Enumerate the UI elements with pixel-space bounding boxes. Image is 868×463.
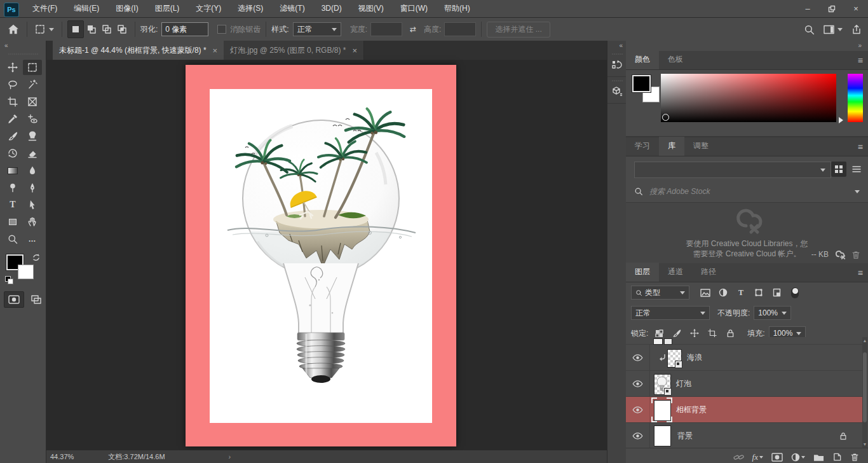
background-color-swatch[interactable] xyxy=(18,265,34,279)
swap-colors-icon[interactable] xyxy=(32,253,41,262)
collapse-panels-button[interactable]: » xyxy=(626,41,868,51)
toolbar-grip[interactable] xyxy=(8,52,38,56)
style-dropdown[interactable]: 正常 xyxy=(293,22,341,36)
blend-mode-dropdown[interactable]: 正常 xyxy=(631,306,710,320)
layer-name[interactable]: 相框背景 xyxy=(676,404,707,415)
panel-menu-icon[interactable]: ≡ xyxy=(858,268,863,278)
expand-panels-button[interactable]: « xyxy=(607,41,627,50)
layer-visibility-toggle[interactable] xyxy=(626,397,650,422)
layer-row-dengpao[interactable]: 灯泡 xyxy=(626,371,862,397)
new-adjustment-layer-button[interactable] xyxy=(791,453,805,462)
restore-button[interactable] xyxy=(820,0,844,17)
filter-type-layers-button[interactable]: T xyxy=(734,286,748,299)
menu-view[interactable]: 视图(V) xyxy=(350,0,392,17)
new-group-icon[interactable] xyxy=(813,453,824,462)
scrollbar-thumb[interactable] xyxy=(863,352,867,422)
tab-paths[interactable]: 路径 xyxy=(692,263,725,282)
color-field-marker[interactable] xyxy=(662,114,669,121)
tab-learn[interactable]: 学习 xyxy=(626,137,659,156)
share-icon[interactable] xyxy=(851,24,862,35)
feather-input[interactable] xyxy=(161,22,208,36)
new-selection-button[interactable] xyxy=(67,20,84,38)
layer-row-partial[interactable] xyxy=(626,337,862,345)
canvas-pasteboard[interactable] xyxy=(46,60,607,450)
layer-thumbnail[interactable] xyxy=(654,374,670,394)
foreground-color-swatch[interactable] xyxy=(632,75,651,92)
zoom-tool[interactable] xyxy=(3,232,22,247)
path-selection-tool[interactable] xyxy=(23,197,42,212)
tab-adjustments[interactable]: 调整 xyxy=(684,137,717,156)
filter-pixel-layers-button[interactable] xyxy=(698,286,712,299)
history-brush-tool[interactable] xyxy=(3,146,22,161)
library-select-dropdown[interactable] xyxy=(634,162,831,178)
layer-thumbnail[interactable] xyxy=(654,425,671,446)
pen-tool[interactable] xyxy=(23,180,42,195)
eraser-tool[interactable] xyxy=(23,146,42,161)
new-layer-icon[interactable] xyxy=(832,452,842,462)
layer-thumbnail[interactable] xyxy=(654,400,670,420)
document-tab-active[interactable]: 未标题-1 @ 44.4% (相框背景, 快速蒙版/8) * × xyxy=(53,41,224,60)
layer-row-beijing[interactable]: 背景 xyxy=(626,423,862,448)
menu-image[interactable]: 图像(I) xyxy=(107,0,146,17)
delete-library-icon[interactable] xyxy=(851,250,860,259)
document-tab-inactive[interactable]: 灯泡.jpg @ 25% (图层 0, RGB/8) * × xyxy=(224,41,364,60)
menu-help[interactable]: 帮助(H) xyxy=(436,0,478,17)
hue-slider[interactable] xyxy=(848,74,863,122)
tab-layers[interactable]: 图层 xyxy=(626,263,659,282)
workspace-switcher[interactable] xyxy=(824,25,843,34)
filter-shape-layers-button[interactable] xyxy=(752,286,766,299)
properties-panel-button[interactable] xyxy=(609,84,625,99)
canvas-document[interactable] xyxy=(186,65,456,446)
home-button[interactable] xyxy=(5,21,22,38)
history-panel-button[interactable] xyxy=(609,57,625,73)
screen-mode-button[interactable] xyxy=(27,292,46,307)
brush-tool[interactable] xyxy=(3,128,22,144)
scroll-down-arrow[interactable]: ▼ xyxy=(862,441,867,448)
marquee-tool[interactable] xyxy=(23,60,42,75)
hand-tool[interactable] xyxy=(23,214,42,230)
swap-dimensions-button[interactable]: ⇄ xyxy=(407,21,419,38)
cloud-sync-disabled-icon[interactable] xyxy=(834,250,846,259)
menu-type[interactable]: 文字(Y) xyxy=(187,0,229,17)
subtract-from-selection-button[interactable] xyxy=(99,21,114,38)
opacity-dropdown[interactable]: 100% xyxy=(754,306,791,320)
menu-window[interactable]: 窗口(W) xyxy=(392,0,436,17)
link-layers-icon[interactable] xyxy=(733,453,744,461)
antialias-checkbox[interactable] xyxy=(217,25,226,34)
close-icon[interactable]: × xyxy=(352,46,357,55)
layer-row-haibang[interactable]: 海浪 xyxy=(626,345,862,371)
status-chevron-icon[interactable]: › xyxy=(229,453,231,460)
menu-filter[interactable]: 滤镜(T) xyxy=(271,0,313,17)
layer-thumbnail[interactable] xyxy=(667,349,681,366)
more-tools[interactable]: … xyxy=(23,232,42,247)
marquee-tool-preset[interactable] xyxy=(32,21,57,38)
list-view-button[interactable] xyxy=(849,162,864,177)
layer-name[interactable]: 海浪 xyxy=(687,352,702,363)
saturation-brightness-field[interactable] xyxy=(661,74,836,122)
healing-brush-tool[interactable] xyxy=(23,111,42,127)
eyedropper-tool[interactable] xyxy=(3,111,22,127)
panel-menu-icon[interactable]: ≡ xyxy=(858,142,863,152)
layer-row-xiangkuangbeijing[interactable]: 相框背景 xyxy=(626,397,862,423)
add-layer-mask-icon[interactable] xyxy=(771,453,783,462)
magic-wand-tool[interactable] xyxy=(23,77,42,92)
filter-adjustment-layers-button[interactable] xyxy=(716,286,730,299)
tab-swatches[interactable]: 色板 xyxy=(659,50,692,69)
grid-view-button[interactable] xyxy=(831,162,846,177)
filter-smart-objects-button[interactable] xyxy=(770,286,783,299)
lasso-tool[interactable] xyxy=(3,77,22,92)
menu-layer[interactable]: 图层(L) xyxy=(147,0,188,17)
slice-tool[interactable] xyxy=(23,94,42,109)
clone-stamp-tool[interactable] xyxy=(23,128,42,144)
close-icon[interactable]: × xyxy=(213,46,218,55)
collapse-toolbar-button[interactable]: « xyxy=(0,41,46,51)
rectangle-tool[interactable] xyxy=(3,214,22,230)
select-and-mask-button[interactable]: 选择并遮住 ... xyxy=(487,22,550,38)
hue-slider-marker[interactable] xyxy=(839,117,846,123)
menu-file[interactable]: 文件(F) xyxy=(24,0,65,17)
tab-channels[interactable]: 通道 xyxy=(659,263,692,282)
move-tool[interactable] xyxy=(3,60,22,75)
layer-name[interactable]: 灯泡 xyxy=(676,378,691,389)
layer-visibility-toggle[interactable] xyxy=(626,423,650,448)
layer-name[interactable]: 背景 xyxy=(677,431,693,441)
